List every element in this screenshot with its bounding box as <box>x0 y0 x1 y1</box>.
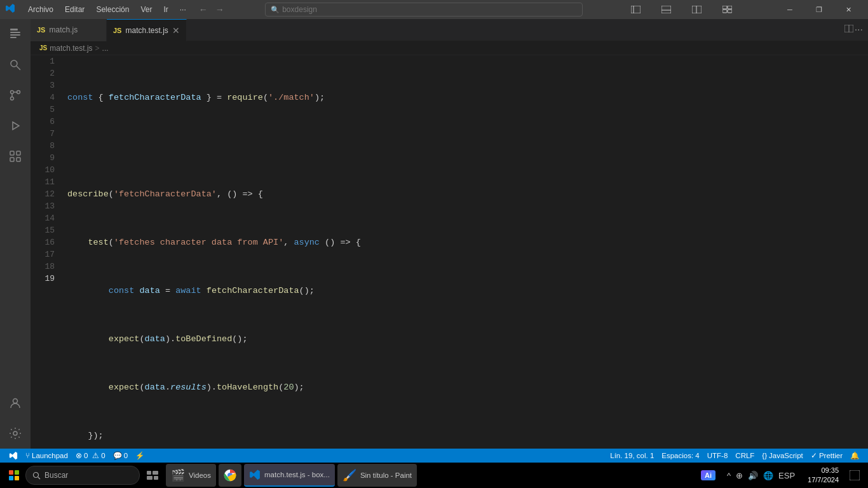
language-text: JavaScript <box>769 452 803 459</box>
taskbar-app-videos-label: Videos <box>189 471 211 479</box>
systray-wifi-icon[interactable]: 🌐 <box>762 470 775 482</box>
layout-panel-button[interactable] <box>652 0 681 19</box>
menu-editar[interactable]: Editar <box>60 4 90 15</box>
menu-more[interactable]: ··· <box>175 4 191 15</box>
activity-explorer-icon[interactable] <box>0 19 31 50</box>
code-content[interactable]: const { fetchCharacterData } = require('… <box>62 55 859 449</box>
taskbar-app-videos[interactable]: 🎬 Videos <box>166 464 216 487</box>
breadcrumb-file[interactable]: match.test.js <box>50 44 92 53</box>
activity-extensions-icon[interactable] <box>0 141 31 172</box>
breadcrumb-sep: > <box>95 44 100 53</box>
systray-chevron-icon[interactable]: ^ <box>726 470 732 482</box>
svg-rect-12 <box>10 34 20 36</box>
close-button[interactable]: ✕ <box>834 0 863 19</box>
activity-account-icon[interactable] <box>0 388 31 418</box>
code-line-4: test('fetches character data from API', … <box>67 236 859 248</box>
svg-rect-6 <box>722 6 727 9</box>
code-editor[interactable]: 1 2 3 4 5 6 7 8 9 10 11 12 13 14 15 16 1… <box>31 55 868 449</box>
tab-actions: ··· <box>839 24 868 36</box>
svg-rect-11 <box>10 32 20 33</box>
notification-button[interactable] <box>845 464 864 487</box>
branch-name: Launchpad <box>32 452 68 459</box>
systray-language-icon[interactable]: ESP <box>777 470 796 482</box>
svg-line-15 <box>17 66 20 70</box>
status-language[interactable]: {} JavaScript <box>758 449 806 463</box>
svg-rect-20 <box>10 151 14 155</box>
more-actions-button[interactable]: ··· <box>855 24 863 36</box>
status-messages[interactable]: 💬 0 <box>109 449 132 463</box>
editor-area: JS match.js JS match.test.js ✕ ··· JS ma… <box>31 19 868 449</box>
status-position[interactable]: Lín. 19, col. 1 <box>606 449 658 463</box>
status-encoding[interactable]: UTF-8 <box>703 449 732 463</box>
line-num-5: 5 <box>31 104 55 116</box>
svg-point-24 <box>13 399 18 403</box>
split-editor-button[interactable] <box>844 24 853 36</box>
code-line-6: expect(data).toBeDefined(); <box>67 333 859 345</box>
activity-settings-icon[interactable] <box>0 418 31 449</box>
layout-split-button[interactable] <box>682 0 712 19</box>
taskview-button[interactable] <box>141 464 164 487</box>
svg-point-14 <box>11 60 17 67</box>
status-errors[interactable]: ⊗ 0 ⚠ 0 <box>72 449 109 463</box>
search-input[interactable] <box>282 5 577 14</box>
menu-seleccion[interactable]: Selección <box>91 4 134 15</box>
start-button[interactable] <box>4 465 24 485</box>
line-num-3: 3 <box>31 79 55 92</box>
status-formatter[interactable]: ✓ Prettier <box>807 449 846 463</box>
status-spaces[interactable]: Espacios: 4 <box>658 449 703 463</box>
nav-forward-button[interactable]: → <box>213 3 227 16</box>
line-numbers: 1 2 3 4 5 6 7 8 9 10 11 12 13 14 15 16 1… <box>31 55 62 449</box>
menu-ver[interactable]: Ver <box>135 4 157 15</box>
titlebar: Archivo Editar Selección Ver Ir ··· ← → … <box>0 0 868 19</box>
menu-ir[interactable]: Ir <box>158 4 173 15</box>
taskbar: Buscar 🎬 Videos match.test.js - box... 🖌… <box>0 463 868 488</box>
tab-match-js[interactable]: JS match.js <box>31 19 107 41</box>
svg-marker-19 <box>13 122 19 130</box>
layout-sidebar-button[interactable] <box>621 0 651 19</box>
line-num-10: 10 <box>31 164 55 176</box>
layout-grid-button[interactable] <box>713 0 742 19</box>
taskbar-app-vscode-label: match.test.js - box... <box>264 471 330 478</box>
systray-volume-icon[interactable]: 🔊 <box>747 470 759 482</box>
branch-icon: ⑂ <box>25 452 30 459</box>
svg-rect-13 <box>10 37 17 38</box>
taskbar-app-chrome[interactable] <box>219 464 241 487</box>
line-num-13: 13 <box>31 200 55 212</box>
status-eol[interactable]: CRLF <box>731 449 758 463</box>
error-icon: ⊗ <box>76 451 82 460</box>
restore-button[interactable]: ❐ <box>804 0 834 19</box>
taskbar-search[interactable]: Buscar <box>25 466 140 485</box>
taskbar-app-paint[interactable]: 🖌️ Sin título - Paint <box>337 464 417 487</box>
activity-search-icon[interactable] <box>0 50 31 80</box>
ai-label[interactable]: Ai <box>701 470 715 480</box>
search-bar[interactable]: 🔍 <box>265 3 583 17</box>
code-line-2 <box>67 140 859 152</box>
tab-match-test-js[interactable]: JS match.test.js ✕ <box>107 19 187 41</box>
status-bell[interactable]: 🔔 <box>846 449 863 463</box>
taskbar-app-vscode[interactable]: match.test.js - box... <box>244 464 335 487</box>
window-controls: ─ ❐ ✕ <box>775 0 863 19</box>
nav-back-button[interactable]: ← <box>196 3 210 16</box>
main-container: JS match.js JS match.test.js ✕ ··· JS ma… <box>0 19 868 449</box>
menu-archivo[interactable]: Archivo <box>23 4 58 15</box>
scrollbar[interactable] <box>859 55 868 449</box>
svg-rect-0 <box>631 6 641 13</box>
svg-rect-8 <box>722 10 727 13</box>
status-branch[interactable]: ⑂ Launchpad <box>22 449 72 463</box>
breadcrumb: JS match.test.js > ... <box>31 41 868 55</box>
activity-run-icon[interactable] <box>0 111 31 141</box>
tab-close-button[interactable]: ✕ <box>172 25 180 36</box>
tab-match-test-js-label: match.test.js <box>125 26 168 35</box>
warning-icon: ⚠ <box>92 451 99 460</box>
status-vscode-icon[interactable] <box>5 449 22 463</box>
minimize-button[interactable]: ─ <box>775 0 804 19</box>
line-num-1: 1 <box>31 55 55 67</box>
nav-arrows: ← → <box>196 3 227 16</box>
taskbar-clock[interactable]: 09:35 17/7/2024 <box>803 466 844 485</box>
status-lightning[interactable]: ⚡ <box>132 449 148 463</box>
activity-source-control-icon[interactable] <box>0 80 31 111</box>
code-line-5: const data = await fetchCharacterData(); <box>67 285 859 297</box>
svg-rect-23 <box>17 158 20 161</box>
taskbar-ai-badge[interactable]: Ai <box>697 468 719 482</box>
systray-network-icon[interactable]: ⊕ <box>735 470 744 482</box>
